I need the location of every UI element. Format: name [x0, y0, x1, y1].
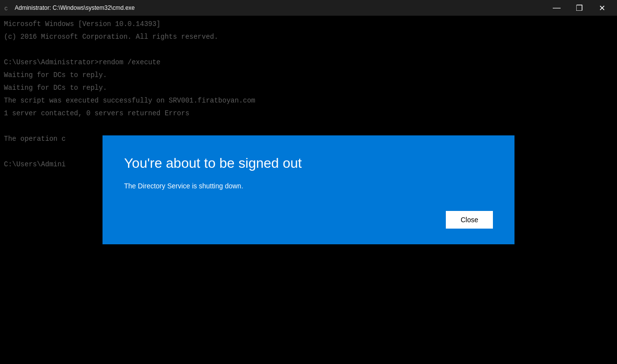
- close-window-button[interactable]: ✕: [591, 0, 613, 16]
- restore-button[interactable]: ❐: [568, 0, 591, 16]
- svg-text:C: C: [4, 6, 8, 12]
- title-bar-left: C Administrator: C:\Windows\system32\cmd…: [4, 4, 135, 12]
- modal-message: The Directory Service is shutting down.: [124, 182, 493, 191]
- modal-footer: Close: [124, 211, 493, 229]
- cmd-window: C Administrator: C:\Windows\system32\cmd…: [0, 0, 617, 364]
- window-title: Administrator: C:\Windows\system32\cmd.e…: [15, 4, 135, 11]
- cmd-icon: C: [4, 4, 12, 12]
- title-bar: C Administrator: C:\Windows\system32\cmd…: [0, 0, 617, 16]
- modal-dialog: You're about to be signed out The Direct…: [103, 135, 514, 244]
- modal-close-button[interactable]: Close: [446, 211, 493, 229]
- modal-title: You're about to be signed out: [124, 155, 493, 172]
- modal-overlay: You're about to be signed out The Direct…: [0, 16, 617, 364]
- minimize-button[interactable]: —: [545, 0, 568, 16]
- title-bar-controls: — ❐ ✕: [545, 0, 613, 16]
- console-content: Microsoft Windows [Version 10.0.14393] (…: [0, 16, 617, 364]
